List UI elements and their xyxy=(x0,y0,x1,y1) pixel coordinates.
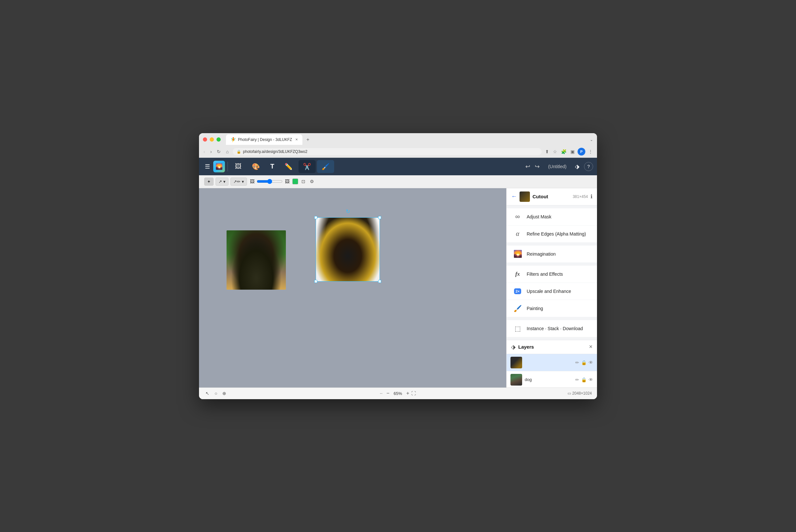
rotation-handle[interactable]: ↻ xyxy=(346,208,350,214)
logo-icon: 🌄 xyxy=(215,163,223,170)
cutout-layer-visibility-button[interactable]: 👁 xyxy=(589,360,593,365)
right-panel: ← Cutout 381×454 ℹ ∞ Adjust Mask xyxy=(506,188,597,387)
filters-effects-item[interactable]: fx Filters and Effects xyxy=(507,266,597,283)
cutout-image-container[interactable]: ↻ xyxy=(316,217,380,282)
panel-info-button[interactable]: ℹ xyxy=(590,193,592,200)
layers-button[interactable]: ⬗ xyxy=(573,161,582,172)
tool-paint-button[interactable]: 🖌️ xyxy=(317,160,334,173)
panel-header: ← Cutout 381×454 ℹ xyxy=(507,188,597,205)
close-window-button[interactable] xyxy=(203,137,207,141)
zoom-out-button[interactable]: − xyxy=(386,391,389,396)
panel-back-button[interactable]: ← xyxy=(511,193,517,200)
cutout-layer-actions: ✏ 🔒 👁 xyxy=(575,360,593,365)
tab-favicon: 🧚 xyxy=(230,137,236,142)
lasso-icon: ↗ xyxy=(219,179,222,184)
image-display-toggle[interactable]: 🖼 xyxy=(249,178,255,185)
original-dog-image xyxy=(227,230,286,290)
redo-button[interactable]: ↪ xyxy=(533,161,542,172)
layers-panel: ⬗ Layers × ✏ 🔒 👁 xyxy=(507,340,597,387)
undo-button[interactable]: ↩ xyxy=(524,161,532,172)
share-button[interactable]: ⬆ xyxy=(544,148,550,155)
lasso-tool[interactable]: ↗ ▾ xyxy=(215,177,228,186)
forward-button[interactable]: › xyxy=(209,148,213,155)
reimagination-label: Reimagination xyxy=(527,251,556,256)
address-bar: ‹ › ↻ ⌂ 🔒 photofairly.ai/design/3dLUKFZQ… xyxy=(199,146,597,158)
painting-item[interactable]: 🖌️ Painting xyxy=(507,300,597,317)
new-tab-button[interactable]: + xyxy=(304,135,312,144)
dog-layer-actions: ✏ 🔒 👁 xyxy=(575,377,593,382)
tool-color-button[interactable]: 🎨 xyxy=(247,160,264,173)
more-options-button[interactable]: ⋮ xyxy=(587,148,594,155)
upscale-enhance-icon: 2× xyxy=(512,286,523,297)
tab-close-button[interactable]: ✕ xyxy=(295,138,298,141)
split-view-button[interactable]: ▣ xyxy=(569,148,575,155)
cutout-layer-lock-button[interactable]: 🔒 xyxy=(581,360,587,365)
minimize-window-button[interactable] xyxy=(210,137,214,141)
refine-edges-item[interactable]: α Refine Edges (Alpha Matting) xyxy=(507,226,597,242)
layer-item-cutout[interactable]: ✏ 🔒 👁 xyxy=(507,354,597,371)
zoom-in-button[interactable]: + xyxy=(406,391,409,396)
tool-cutout-button[interactable]: ✂️ xyxy=(299,160,316,173)
original-image-container xyxy=(227,230,286,290)
tab-overflow-button[interactable]: ⌄ xyxy=(590,137,593,142)
back-button[interactable]: ‹ xyxy=(202,148,206,155)
main-content: ↻ ← xyxy=(199,188,597,387)
maximize-window-button[interactable] xyxy=(216,137,221,141)
zoom-control: ↔ − 65% + ⛶ xyxy=(379,391,416,396)
settings-button[interactable]: ⚙ xyxy=(308,177,315,185)
pointer-tool-button[interactable]: ↖ xyxy=(204,390,211,397)
profile-button[interactable]: P xyxy=(577,148,585,155)
painting-label: Painting xyxy=(527,306,543,311)
layers-close-button[interactable]: × xyxy=(589,343,592,350)
home-button[interactable]: ⌂ xyxy=(225,148,230,155)
pin-tool-button[interactable]: ⊕ xyxy=(221,390,228,397)
fit-to-screen-button[interactable]: ⛶ xyxy=(411,391,416,396)
title-bar: 🧚 PhotoFairy | Design - 3dLUKFZ ✕ + ⌄ xyxy=(199,133,597,146)
address-actions: ⬆ ☆ 🧩 ▣ P ⋮ xyxy=(544,148,594,155)
app: ☰ 🌄 🖼 🎨 T ✏️ ✂️ 🖌️ ↩ ↪ (Untitled) ⬗ ? xyxy=(199,158,597,399)
tool-text-button[interactable]: T xyxy=(266,160,279,173)
extensions-button[interactable]: 🧩 xyxy=(560,148,568,155)
dog-layer-edit-button[interactable]: ✏ xyxy=(575,377,579,382)
reimagination-item[interactable]: 🌄 Reimagination xyxy=(507,246,597,262)
url-bar[interactable]: 🔒 photofairly.ai/design/3dLUKFZQ3wo2 xyxy=(233,148,542,155)
help-button[interactable]: ? xyxy=(584,162,593,171)
layer-thumb-image-dog xyxy=(510,374,522,385)
reimagination-icon: 🌄 xyxy=(512,249,523,259)
toolbar-separator xyxy=(228,162,228,171)
brush-size-slider[interactable] xyxy=(257,179,283,184)
upscale-enhance-item[interactable]: 2× Upscale and Enhance xyxy=(507,283,597,300)
cutout-layer-edit-button[interactable]: ✏ xyxy=(575,360,579,365)
zoom-level-display: 65% xyxy=(392,391,404,396)
color-swatch[interactable] xyxy=(292,178,298,184)
tool-draw-button[interactable]: ✏️ xyxy=(280,160,297,173)
layer-item-dog[interactable]: dog ✏ 🔒 👁 xyxy=(507,371,597,387)
divider-2 xyxy=(507,263,597,265)
magic-wand-tool[interactable]: ✦ xyxy=(204,177,213,186)
canvas-size-icon: ↔ xyxy=(379,391,383,396)
lasso-dropdown-icon: ▾ xyxy=(223,179,226,184)
brush-select-tool[interactable]: ↗✏ ▾ xyxy=(230,177,247,186)
image-display-icon[interactable]: 🖼 xyxy=(284,178,290,185)
active-tab[interactable]: 🧚 PhotoFairy | Design - 3dLUKFZ ✕ xyxy=(226,134,302,145)
layers-title: Layers xyxy=(518,344,589,349)
bottom-tools-group: ↖ ○ ⊕ xyxy=(204,390,228,397)
traffic-lights xyxy=(203,137,221,141)
dog-layer-lock-button[interactable]: 🔒 xyxy=(581,377,587,382)
circle-tool-button[interactable]: ○ xyxy=(213,390,219,397)
tool-image-button[interactable]: 🖼 xyxy=(230,160,246,173)
mask-overlay-button[interactable]: ⊡ xyxy=(300,177,307,185)
undo-redo-group: ↩ ↪ xyxy=(524,161,542,172)
adjust-mask-item[interactable]: ∞ Adjust Mask xyxy=(507,208,597,225)
dog-layer-visibility-button[interactable]: 👁 xyxy=(589,377,593,382)
reload-button[interactable]: ↻ xyxy=(215,148,222,155)
menu-button[interactable]: ☰ xyxy=(203,161,212,172)
painting-icon: 🖌️ xyxy=(512,303,523,314)
bookmark-button[interactable]: ☆ xyxy=(552,148,558,155)
panel-thumbnail xyxy=(519,191,530,202)
canvas-area[interactable]: ↻ xyxy=(199,188,506,387)
instance-stack-download-item[interactable]: ⬚ Instance · Stack · Download xyxy=(507,320,597,337)
toolbar-right: ↩ ↪ (Untitled) ⬗ ? xyxy=(524,161,593,172)
instance-stack-icon: ⬚ xyxy=(512,323,523,334)
magic-wand-icon: ✦ xyxy=(207,179,211,184)
